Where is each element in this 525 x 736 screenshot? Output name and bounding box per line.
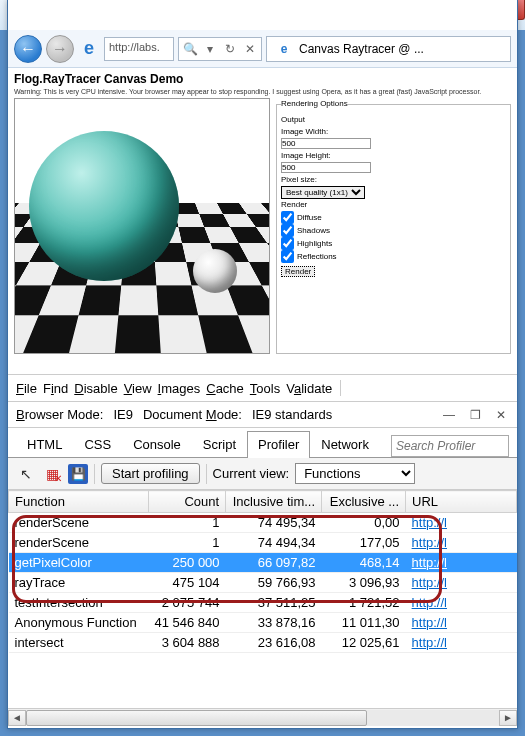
img-height-label: Image Height: [281, 150, 506, 162]
browser-mode-value[interactable]: IE9 [113, 407, 133, 422]
pixel-size-label: Pixel size: [281, 174, 506, 186]
back-button[interactable]: ← [14, 35, 42, 63]
search-icon[interactable]: 🔍 [181, 40, 199, 58]
current-view-select[interactable]: Functions [295, 463, 415, 484]
menu-find[interactable]: Find [43, 381, 68, 396]
table-row[interactable]: testIntersection2 075 74437 511,251 721,… [9, 593, 517, 613]
reflections-checkbox[interactable] [281, 250, 294, 263]
tab-profiler[interactable]: Profiler [247, 431, 310, 458]
address-bar[interactable]: http://labs. [104, 37, 174, 61]
document-mode-value[interactable]: IE9 standards [252, 407, 332, 422]
clear-icon[interactable]: ▦ [42, 464, 62, 484]
table-row[interactable]: renderScene174 494,34177,05http://l [9, 533, 517, 553]
scroll-right-button[interactable]: ► [499, 710, 517, 726]
document-mode-label: Document Mode: [143, 407, 242, 422]
table-row[interactable]: intersect3 604 88823 616,0812 025,61http… [9, 633, 517, 653]
menu-separator [340, 380, 341, 396]
tab-css[interactable]: CSS [73, 431, 122, 458]
shadows-checkbox[interactable] [281, 224, 294, 237]
tab-console[interactable]: Console [122, 431, 192, 458]
menu-file[interactable]: File [16, 381, 37, 396]
menu-validate[interactable]: Validate [286, 381, 332, 396]
save-icon[interactable]: 💾 [68, 464, 88, 484]
table-row[interactable]: renderScene174 495,340,00http://l [9, 513, 517, 533]
toolbar-separator [94, 464, 95, 484]
img-width-label: Image Width: [281, 126, 506, 138]
stop-icon[interactable]: ✕ [241, 40, 259, 58]
img-width-input[interactable] [281, 138, 371, 149]
tab-html[interactable]: HTML [16, 431, 73, 458]
profiler-table: Function Count Inclusive tim... Exclusiv… [8, 490, 517, 653]
col-count[interactable]: Count [149, 491, 226, 513]
devtools-menubar: File Find Disable View Images Cache Tool… [8, 374, 517, 402]
table-row[interactable]: getPixelColor250 00066 097,82468,14http:… [9, 553, 517, 573]
scroll-thumb[interactable] [26, 710, 367, 726]
browser-tab[interactable]: e Canvas Raytracer @ ... [266, 36, 511, 62]
render-options-panel: Rendering Options Output Image Width: Im… [276, 98, 511, 354]
col-function[interactable]: Function [9, 491, 149, 513]
col-url[interactable]: URL [406, 491, 517, 513]
scroll-track[interactable] [26, 710, 499, 726]
img-height-input[interactable] [281, 162, 371, 173]
minimize-devtools-button[interactable]: — [441, 408, 457, 422]
tab-title: Canvas Raytracer @ ... [299, 42, 424, 56]
tab-network[interactable]: Network [310, 431, 380, 458]
diffuse-checkbox[interactable] [281, 211, 294, 224]
page-content: Flog.RayTracer Canvas Demo Warning: This… [8, 68, 517, 374]
render-button[interactable]: Render [281, 266, 315, 277]
raytracer-canvas [14, 98, 270, 354]
forward-button: → [46, 35, 74, 63]
pixel-size-select[interactable]: Best quality (1x1) [281, 186, 365, 199]
page-title: Flog.RayTracer Canvas Demo [14, 72, 511, 86]
ie-icon: e [78, 38, 100, 60]
menu-cache[interactable]: Cache [206, 381, 244, 396]
warning-text: Warning: This is very CPU intensive. You… [14, 88, 511, 95]
menu-images[interactable]: Images [158, 381, 201, 396]
menu-tools[interactable]: Tools [250, 381, 280, 396]
highlights-checkbox[interactable] [281, 237, 294, 250]
col-exclusive[interactable]: Exclusive ... [322, 491, 406, 513]
table-row[interactable]: rayTrace475 10459 766,933 096,93http://l [9, 573, 517, 593]
output-label: Output [281, 114, 506, 126]
scroll-left-button[interactable]: ◄ [8, 710, 26, 726]
menu-view[interactable]: View [124, 381, 152, 396]
menu-disable[interactable]: Disable [74, 381, 117, 396]
close-devtools-button[interactable]: ✕ [493, 408, 509, 422]
tab-script[interactable]: Script [192, 431, 247, 458]
pointer-icon[interactable]: ↖ [16, 464, 36, 484]
profiler-table-wrap: Function Count Inclusive tim... Exclusiv… [8, 490, 517, 708]
col-inclusive[interactable]: Inclusive tim... [226, 491, 322, 513]
restore-devtools-button[interactable]: ❐ [467, 408, 483, 422]
address-controls[interactable]: 🔍 ▾ ↻ ✕ [178, 37, 262, 61]
browser-mode-label: Browser Mode: [16, 407, 103, 422]
render-section-label: Render [281, 199, 506, 211]
current-view-label: Current view: [213, 466, 290, 481]
start-profiling-button[interactable]: Start profiling [101, 463, 200, 484]
table-row[interactable]: Anonymous Function41 546 84033 878,1611 … [9, 613, 517, 633]
options-legend: Rendering Options [281, 98, 348, 110]
profiler-search-input[interactable] [391, 435, 509, 457]
horizontal-scrollbar[interactable]: ◄ ► [8, 708, 517, 726]
refresh-icon[interactable]: ↻ [221, 40, 239, 58]
tab-favicon-icon: e [273, 38, 295, 60]
dropdown-icon[interactable]: ▾ [201, 40, 219, 58]
toolbar-separator-2 [206, 464, 207, 484]
